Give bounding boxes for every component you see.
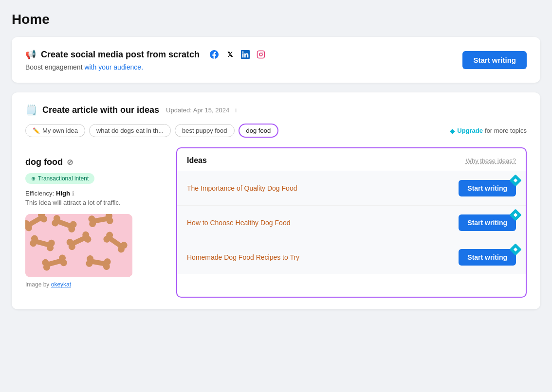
- social-card-left: 📢 Create social media post from scratch …: [25, 49, 267, 71]
- social-start-writing-button[interactable]: Start writing: [462, 51, 527, 69]
- social-icons-group: 𝕏: [208, 49, 267, 60]
- premium-badge-1: [509, 174, 521, 186]
- idea-row-3: Homemade Dog Food Recipes to Try Start w…: [177, 240, 526, 274]
- topic-label-what-do-dogs-eat: what do dogs eat in th...: [96, 127, 164, 134]
- social-card-title-text: Create social media post from scratch: [41, 50, 200, 60]
- svg-point-1: [259, 53, 262, 56]
- start-writing-button-3[interactable]: Start writing: [459, 249, 516, 266]
- efficiency-row: Efficiency: High ℹ: [25, 190, 166, 197]
- content-area: dog food ⊘ ⊕ Transactional intent Effici…: [25, 147, 527, 298]
- intent-icon: ⊕: [31, 176, 36, 182]
- article-card-header: 🗒️ Create article with our ideas Updated…: [25, 104, 527, 116]
- ideas-label: Ideas: [187, 156, 207, 165]
- subtitle-link: with your audience.: [84, 63, 143, 71]
- twitter-x-icon[interactable]: 𝕏: [224, 49, 236, 60]
- topic-label-my-own-idea: My own idea: [42, 127, 78, 134]
- left-panel: dog food ⊘ ⊕ Transactional intent Effici…: [25, 147, 176, 298]
- start-writing-button-2[interactable]: Start writing: [459, 214, 516, 231]
- upgrade-link-area: ◆ Upgrade for more topics: [450, 127, 527, 135]
- why-these-ideas-link[interactable]: Why these ideas?: [466, 157, 516, 164]
- updated-badge: Updated: Apr 15, 2024: [166, 107, 229, 114]
- svg-rect-0: [258, 51, 265, 58]
- edit-icon[interactable]: ⊘: [67, 158, 73, 167]
- diamond-icon: ◆: [450, 127, 455, 135]
- info-icon[interactable]: i: [235, 107, 237, 114]
- social-media-card: 📢 Create social media post from scratch …: [12, 37, 540, 83]
- social-card-title-row: 📢 Create social media post from scratch …: [25, 49, 267, 60]
- upgrade-suffix: for more topics: [485, 127, 527, 134]
- efficiency-label: Efficiency:: [25, 190, 54, 197]
- efficiency-info-icon[interactable]: ℹ: [72, 190, 74, 197]
- dog-bones-svg: [25, 214, 132, 277]
- megaphone-icon: 📢: [25, 49, 36, 60]
- efficiency-value: High: [56, 190, 70, 197]
- document-icon: 🗒️: [25, 104, 37, 116]
- image-credit: Image by okeykat: [25, 281, 166, 288]
- article-card: 🗒️ Create article with our ideas Updated…: [12, 92, 540, 309]
- ideas-header: Ideas Why these ideas?: [177, 148, 526, 171]
- premium-badge-2: [509, 209, 521, 221]
- image-credit-link[interactable]: okeykat: [51, 281, 71, 288]
- instagram-icon[interactable]: [255, 49, 267, 60]
- topic-chip-what-do-dogs-eat[interactable]: what do dogs eat in th...: [89, 124, 171, 137]
- image-credit-prefix: Image by: [25, 281, 49, 288]
- page-title: Home: [12, 12, 540, 27]
- idea-text-1: The Importance of Quality Dog Food: [187, 184, 459, 192]
- facebook-icon[interactable]: [208, 49, 220, 60]
- social-subtitle: Boost engagement with your audience.: [25, 63, 267, 71]
- article-card-title: Create article with our ideas: [42, 105, 159, 115]
- idea-text-2: How to Choose Healthy Dog Food: [187, 219, 459, 227]
- dog-food-image: [25, 214, 132, 277]
- topic-chip-my-own-idea[interactable]: ✏️ My own idea: [25, 124, 85, 137]
- idea-row-1: The Importance of Quality Dog Food Start…: [177, 171, 526, 206]
- intent-label: Transactional intent: [38, 175, 89, 182]
- start-writing-button-1[interactable]: Start writing: [459, 180, 516, 196]
- intent-badge: ⊕ Transactional intent: [25, 173, 94, 184]
- linkedin-icon[interactable]: [239, 49, 251, 60]
- topic-chip-dog-food[interactable]: dog food: [239, 124, 279, 138]
- topic-label-dog-food: dog food: [246, 127, 271, 134]
- svg-point-2: [263, 52, 264, 53]
- topic-chip-best-puppy-food[interactable]: best puppy food: [175, 124, 235, 137]
- keyword-text: dog food: [25, 157, 63, 167]
- premium-badge-3: [509, 243, 521, 255]
- ideas-panel: Ideas Why these ideas? The Importance of…: [176, 147, 527, 298]
- topics-row: ✏️ My own idea what do dogs eat in th...…: [25, 124, 527, 138]
- traffic-text: This idea will attract a lot of traffic.: [25, 199, 166, 206]
- idea-row-2: How to Choose Healthy Dog Food Start wri…: [177, 206, 526, 240]
- keyword-title: dog food ⊘: [25, 157, 166, 167]
- upgrade-button[interactable]: Upgrade: [457, 127, 483, 134]
- pencil-icon: ✏️: [33, 127, 40, 134]
- topic-label-best-puppy-food: best puppy food: [182, 127, 227, 134]
- idea-text-3: Homemade Dog Food Recipes to Try: [187, 253, 459, 261]
